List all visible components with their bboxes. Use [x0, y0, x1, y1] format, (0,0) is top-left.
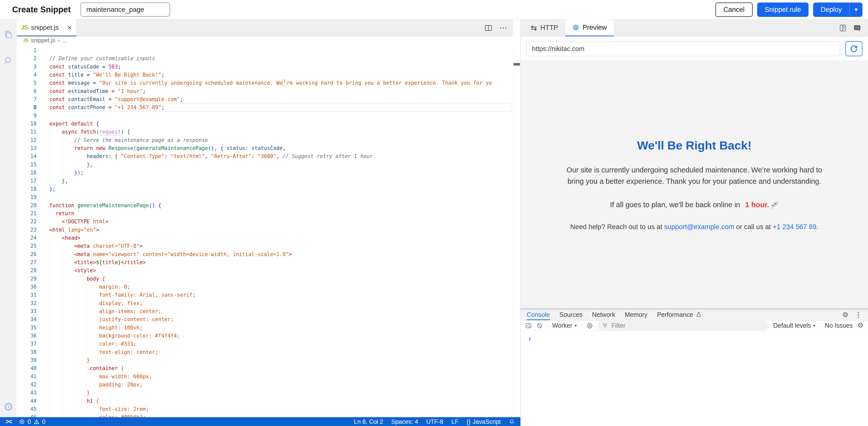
- filter-input[interactable]: [611, 322, 764, 330]
- code-line[interactable]: 35height: 100vh;: [17, 324, 513, 332]
- console-sidebar-toggle-icon[interactable]: [525, 322, 532, 329]
- code-line[interactable]: 20function generateMaintenancePage() {: [17, 201, 513, 209]
- tab-http[interactable]: ⇆ HTTP: [524, 20, 565, 36]
- more-actions-icon[interactable]: ⋯: [499, 26, 508, 29]
- code-line[interactable]: 12// Serve the maintenance page as a res…: [17, 136, 513, 144]
- code-line[interactable]: 15},: [17, 161, 513, 169]
- code-line[interactable]: 46color: #0056b3;: [17, 413, 513, 417]
- code-line[interactable]: 18};: [17, 185, 513, 193]
- notifications-bell-icon[interactable]: [509, 419, 515, 425]
- problems-indicator[interactable]: 0 0: [19, 418, 45, 425]
- breadcrumb-file[interactable]: snippet.js: [31, 37, 55, 44]
- snippet-name-input[interactable]: [80, 2, 170, 17]
- breadcrumb[interactable]: JS snippet.js › ...: [17, 36, 513, 45]
- code-line[interactable]: 9: [17, 112, 513, 120]
- code-line[interactable]: 22<!DOCTYPE html>: [17, 218, 513, 226]
- snippet-rule-button[interactable]: Snippet rule: [757, 2, 809, 17]
- code-line[interactable]: 41max-width: 600px;: [17, 373, 513, 380]
- code-line[interactable]: 3const statusCode = 503;: [17, 63, 513, 71]
- code-line[interactable]: 42padding: 20px;: [17, 380, 513, 389]
- code-line[interactable]: 21 return `: [17, 209, 513, 218]
- tab-snippet-js[interactable]: JS snippet.js ×: [17, 20, 76, 36]
- code-line[interactable]: 6const estimatedTime = "1 hour";: [17, 87, 513, 95]
- code-line[interactable]: 7const contactEmail = "support@example.c…: [17, 95, 513, 103]
- clear-console-icon[interactable]: [536, 322, 543, 329]
- code-line[interactable]: 1: [17, 47, 513, 54]
- devtools-resize-handle[interactable]: [521, 308, 868, 310]
- console-log-area[interactable]: ›: [521, 331, 868, 426]
- code-line[interactable]: 4const title = "We'll Be Right Back!";: [17, 71, 513, 79]
- language-mode[interactable]: {} JavaScript: [466, 418, 501, 425]
- tab-memory[interactable]: Memory: [625, 310, 647, 320]
- code-line[interactable]: 34justify-content: center;: [17, 315, 513, 323]
- code-line[interactable]: 27<title>${title}</title>: [17, 258, 513, 266]
- code-line[interactable]: 26<meta name="viewport" content="width=d…: [17, 250, 513, 258]
- code-line[interactable]: 10export default {: [17, 120, 513, 128]
- js-file-icon: JS: [21, 24, 28, 31]
- preview-url-input[interactable]: [526, 41, 840, 56]
- code-line[interactable]: 39}: [17, 356, 513, 364]
- close-tab-icon[interactable]: ×: [67, 24, 72, 31]
- code-line[interactable]: 30margin: 0;: [17, 283, 513, 291]
- devtools-settings-gear-icon[interactable]: ⚙: [842, 312, 848, 318]
- code-line[interactable]: 5const message = "Our site is currently …: [17, 79, 513, 87]
- breadcrumb-ellipsis[interactable]: ...: [62, 37, 67, 44]
- indent-setting[interactable]: Spaces: 4: [391, 418, 418, 425]
- tab-network[interactable]: Network: [592, 310, 615, 320]
- search-icon[interactable]: [3, 56, 13, 66]
- tab-console[interactable]: Console: [527, 310, 550, 320]
- split-editor-icon[interactable]: [485, 25, 492, 31]
- code-line[interactable]: 17},: [17, 177, 513, 185]
- encoding-setting[interactable]: UTF-8: [426, 418, 443, 425]
- code-line[interactable]: 33align-items: center;: [17, 307, 513, 315]
- deploy-dropdown-caret-icon[interactable]: ▾: [849, 2, 863, 17]
- code-line[interactable]: 37color: #333;: [17, 340, 513, 348]
- code-line[interactable]: 14headers: { "Content-Type": "text/html"…: [17, 152, 513, 160]
- devtools-kebab-menu-icon[interactable]: ⋮: [855, 311, 862, 319]
- deploy-label[interactable]: Deploy: [813, 6, 849, 13]
- docs-book-icon[interactable]: [839, 24, 847, 32]
- remote-indicator-icon[interactable]: ><: [5, 418, 11, 425]
- console-filter[interactable]: [598, 321, 769, 331]
- code-line[interactable]: 2// Define your customizable inputs: [17, 54, 513, 62]
- files-icon[interactable]: [3, 29, 13, 39]
- eol-setting[interactable]: LF: [452, 418, 459, 425]
- cursor-position[interactable]: Ln 8, Col 2: [354, 418, 383, 425]
- code-line[interactable]: 32display: flex;: [17, 299, 513, 307]
- execution-context-selector[interactable]: Worker ▾: [552, 322, 577, 329]
- tab-preview[interactable]: Preview: [565, 20, 614, 36]
- editor-scrollbar[interactable]: [513, 45, 520, 417]
- code-line[interactable]: 13return new Response(generateMaintenanc…: [17, 144, 513, 152]
- deploy-button[interactable]: Deploy ▾: [813, 2, 863, 17]
- code-line[interactable]: 16});: [17, 169, 513, 177]
- log-levels-selector[interactable]: Default levels ▾: [773, 322, 815, 329]
- refresh-button[interactable]: [845, 41, 863, 56]
- code-line[interactable]: 28<style>: [17, 266, 513, 275]
- code-line[interactable]: 45font-size: 2rem;: [17, 405, 513, 413]
- code-line[interactable]: 24<head>: [17, 234, 513, 242]
- code-line[interactable]: 29body {: [17, 275, 513, 283]
- tab-performance[interactable]: Performance: [657, 310, 702, 320]
- console-settings-gear-icon[interactable]: ⚙: [858, 322, 864, 329]
- cancel-button[interactable]: Cancel: [715, 2, 753, 17]
- code-line[interactable]: 23<html lang="en">: [17, 226, 513, 234]
- code-line[interactable]: 36background-color: #f4f4f4;: [17, 332, 513, 340]
- code-line[interactable]: 40.container {: [17, 364, 513, 372]
- code-editor[interactable]: 12// Define your customizable inputs3con…: [17, 45, 513, 417]
- chat-feedback-icon[interactable]: [853, 24, 862, 32]
- phone-link[interactable]: +1 234 567 89: [773, 223, 816, 231]
- tab-sources[interactable]: Sources: [559, 310, 583, 320]
- live-expression-eye-icon[interactable]: [586, 322, 593, 329]
- code-line[interactable]: 44h1 {: [17, 397, 513, 405]
- support-email-link[interactable]: support@example.com: [664, 223, 734, 231]
- code-line[interactable]: 8const contactPhone = "+1 234 567 89";: [17, 103, 513, 111]
- code-line[interactable]: 38text-align: center;: [17, 348, 513, 356]
- code-line[interactable]: 25<meta charset="UTF-8">: [17, 242, 513, 250]
- console-prompt-chevron[interactable]: ›: [527, 334, 532, 343]
- code-line[interactable]: 11async fetch(request) {: [17, 128, 513, 136]
- settings-gear-icon[interactable]: ⚙: [3, 401, 13, 413]
- code-line[interactable]: 43}: [17, 389, 513, 397]
- code-line[interactable]: 19: [17, 193, 513, 201]
- issues-counter[interactable]: No Issues: [825, 322, 853, 329]
- code-line[interactable]: 31font-family: Arial, sans-serif;: [17, 291, 513, 299]
